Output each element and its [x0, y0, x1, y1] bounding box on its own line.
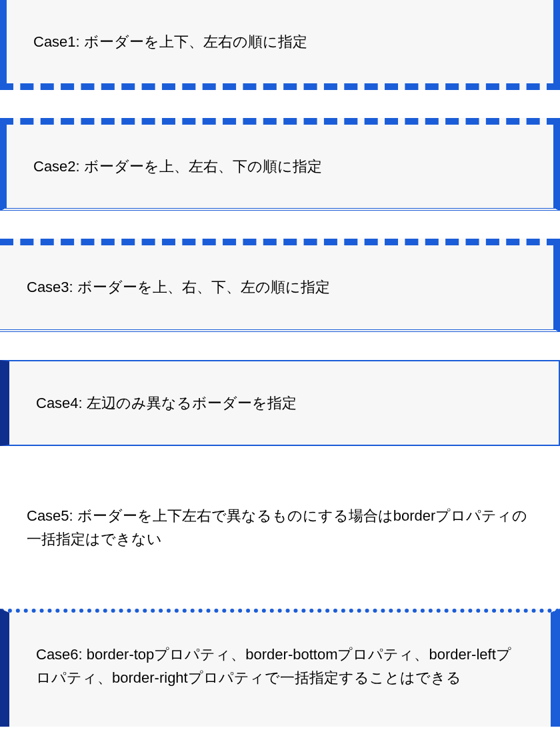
case4-box: Case4: 左辺のみ異なるボーダーを指定: [0, 360, 560, 446]
case5-text: Case5: ボーダーを上下左右で異なるものにする場合はborderプロパティの…: [27, 507, 527, 547]
case6-box: Case6: border-topプロパティ、border-bottomプロパテ…: [0, 609, 560, 726]
case1-box: Case1: ボーダーを上下、左右の順に指定: [0, 0, 560, 90]
case3-box: Case3: ボーダーを上、右、下、左の順に指定: [0, 239, 560, 331]
case2-text: Case2: ボーダーを上、左右、下の順に指定: [33, 158, 322, 175]
case2-box: Case2: ボーダーを上、左右、下の順に指定: [0, 118, 560, 211]
case3-text: Case3: ボーダーを上、右、下、左の順に指定: [27, 279, 330, 295]
case5-box: Case5: ボーダーを上下左右で異なるものにする場合はborderプロパティの…: [0, 474, 560, 581]
case1-text: Case1: ボーダーを上下、左右の順に指定: [33, 33, 307, 50]
case4-text: Case4: 左辺のみ異なるボーダーを指定: [36, 395, 297, 411]
case6-text: Case6: border-topプロパティ、border-bottomプロパテ…: [36, 646, 511, 686]
